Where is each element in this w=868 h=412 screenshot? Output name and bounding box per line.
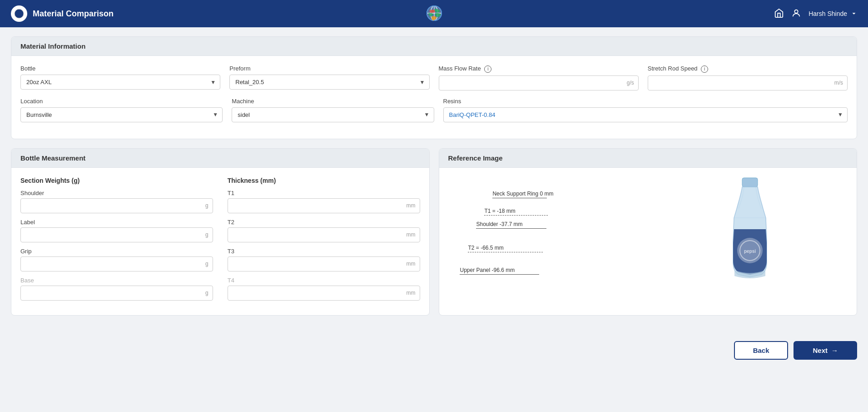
ref-labels-container: Neck Support Ring 0 mm T1 = -18 mm Shoul… — [444, 172, 853, 304]
main-content: Material Information Bottle 20oz AXL ▼ P… — [0, 27, 868, 334]
location-field: Location Burnsville ▼ — [20, 98, 223, 122]
grip-label: Grip — [20, 248, 213, 255]
preform-select[interactable]: Retal_20.5 — [229, 75, 429, 90]
t2-field: T2 0.25 mm — [228, 219, 420, 242]
thickness-column: Thickness (mm) T1 0.35 mm T2 0.25 — [228, 177, 420, 306]
stretch-rod-speed-field: Stretch Rod Speed i 1.3 m/s — [648, 65, 848, 90]
bottle-measurement-body: Section Weights (g) Shoulder 7.1 g Label — [11, 168, 429, 315]
mass-flow-rate-label: Mass Flow Rate i — [439, 65, 639, 73]
grip-input[interactable]: 5.3 — [20, 256, 213, 271]
chevron-down-icon — [851, 10, 857, 17]
t1-label: T1 — [228, 190, 420, 196]
preform-input-wrapper: Retal_20.5 ▼ — [229, 75, 429, 90]
bottle-input-wrapper: 20oz AXL ▼ — [20, 75, 220, 90]
app-header: Material Comparison — [0, 0, 868, 27]
t2-input-wrapper: 0.25 mm — [228, 227, 420, 242]
mass-flow-rate-field: Mass Flow Rate i 20 g/s — [439, 65, 639, 90]
upper-panel-ref-label: Upper Panel -96.6 mm — [460, 267, 539, 275]
measurement-columns: Section Weights (g) Shoulder 7.1 g Label — [20, 177, 420, 306]
t3-field: T3 0.32 mm — [228, 248, 420, 271]
user-icon — [791, 8, 801, 20]
resins-input-wrapper: BariQ-QPET-0.84 ▼ — [443, 107, 848, 122]
reference-image-body: pepsi Neck Support Ring 0 mm T — [439, 168, 857, 309]
app-logo — [11, 5, 27, 22]
t1-field: T1 0.35 mm — [228, 190, 420, 213]
location-input-wrapper: Burnsville ▼ — [20, 107, 223, 122]
t4-label: T4 — [228, 277, 420, 284]
t2-input[interactable]: 0.25 — [228, 227, 420, 242]
t3-input[interactable]: 0.32 — [228, 256, 420, 271]
shoulder-input-wrapper: 7.1 g — [20, 198, 213, 213]
label-input-wrapper: 4.1 g — [20, 227, 213, 242]
t1-input-wrapper: 0.35 mm — [228, 198, 420, 213]
material-information-header: Material Information — [11, 37, 857, 56]
resins-select[interactable]: BariQ-QPET-0.84 — [443, 107, 848, 122]
label-label: Label — [20, 219, 213, 226]
base-input[interactable] — [20, 286, 213, 301]
svg-point-8 — [795, 10, 798, 13]
reference-image-container: pepsi Neck Support Ring 0 mm T — [444, 172, 853, 304]
label-input[interactable]: 4.1 — [20, 227, 213, 242]
bottom-row: Bottle Measurement Section Weights (g) S… — [11, 148, 857, 325]
svg-rect-9 — [742, 178, 758, 187]
machine-label: Machine — [232, 98, 434, 105]
back-button[interactable]: Back — [734, 341, 789, 360]
shoulder-field: Shoulder 7.1 g — [20, 190, 213, 213]
preform-label: Preform — [229, 65, 429, 72]
stretch-rod-speed-label: Stretch Rod Speed i — [648, 65, 848, 73]
t3-label: T3 — [228, 248, 420, 255]
machine-select[interactable]: sidel — [232, 107, 434, 122]
t2-label: T2 — [228, 219, 420, 226]
preform-field: Preform Retal_20.5 ▼ — [229, 65, 429, 90]
mass-flow-rate-info-icon[interactable]: i — [484, 65, 491, 73]
t1-input[interactable]: 0.35 — [228, 198, 420, 213]
section-weights-heading: Section Weights (g) — [20, 177, 213, 184]
bottle-label: Bottle — [20, 65, 220, 72]
location-label: Location — [20, 98, 223, 105]
section-weights-column: Section Weights (g) Shoulder 7.1 g Label — [20, 177, 213, 306]
machine-input-wrapper: sidel ▼ — [232, 107, 434, 122]
t2-ref-label: T2 = -66.5 mm — [468, 245, 543, 252]
base-label: Base — [20, 277, 213, 284]
stretch-rod-speed-input[interactable]: 1.3 — [648, 75, 848, 90]
resins-label: Resins — [443, 98, 848, 105]
material-information-body: Bottle 20oz AXL ▼ Preform Retal_20.5 — [11, 56, 857, 139]
home-icon[interactable] — [774, 8, 784, 20]
material-info-row-2: Location Burnsville ▼ Machine sidel — [20, 98, 848, 122]
grip-input-wrapper: 5.3 g — [20, 256, 213, 271]
t1-ref-label: T1 = -18 mm — [484, 208, 548, 216]
grip-field: Grip 5.3 g — [20, 248, 213, 271]
mass-flow-rate-input[interactable]: 20 — [439, 75, 639, 90]
reference-image-header: Reference Image — [439, 149, 857, 168]
t4-input-wrapper: mm — [228, 286, 420, 301]
t4-input[interactable] — [228, 286, 420, 301]
shoulder-input[interactable]: 7.1 — [20, 198, 213, 213]
user-menu[interactable]: Harsh Shinde — [808, 10, 857, 17]
resins-field: Resins BariQ-QPET-0.84 ▼ — [443, 98, 848, 122]
app-title: Material Comparison — [33, 9, 114, 19]
next-button[interactable]: Next → — [794, 341, 857, 360]
label-field: Label 4.1 g — [20, 219, 213, 242]
base-field: Base g — [20, 277, 213, 301]
shoulder-label: Shoulder — [20, 190, 213, 196]
bottle-field: Bottle 20oz AXL ▼ — [20, 65, 220, 90]
bottle-illustration: pepsi — [720, 177, 779, 304]
bottle-measurement-card: Bottle Measurement Section Weights (g) S… — [11, 148, 430, 316]
t4-field: T4 mm — [228, 277, 420, 301]
svg-text:pepsi: pepsi — [744, 249, 756, 254]
shoulder-ref-label: Shoulder -37.7 mm — [476, 221, 546, 229]
thickness-heading: Thickness (mm) — [228, 177, 420, 184]
machine-field: Machine sidel ▼ — [232, 98, 434, 122]
mass-flow-rate-input-wrapper: 20 g/s — [439, 75, 639, 90]
bottle-select[interactable]: 20oz AXL — [20, 75, 220, 90]
neck-support-ring-label: Neck Support Ring 0 mm — [492, 191, 553, 198]
bottle-measurement-header: Bottle Measurement — [11, 149, 429, 168]
location-select[interactable]: Burnsville — [20, 107, 223, 122]
base-input-wrapper: g — [20, 286, 213, 301]
globe-icon — [426, 5, 442, 23]
user-name: Harsh Shinde — [808, 10, 847, 17]
material-information-card: Material Information Bottle 20oz AXL ▼ P… — [11, 36, 857, 139]
reference-image-card: Reference Image — [439, 148, 858, 316]
material-info-row-1: Bottle 20oz AXL ▼ Preform Retal_20.5 — [20, 65, 848, 90]
stretch-rod-speed-info-icon[interactable]: i — [701, 65, 708, 73]
